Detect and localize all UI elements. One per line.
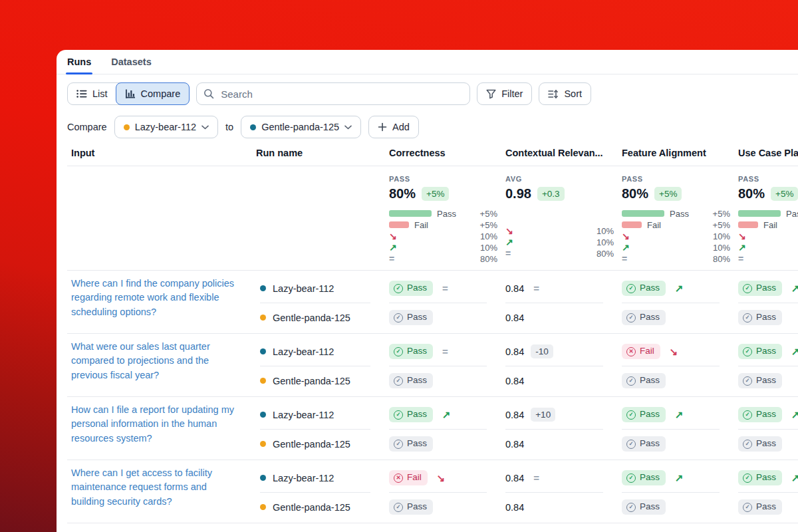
- column-header-use-case: Use Case Plan: [738, 148, 798, 158]
- metric-value: 80%: [738, 186, 765, 201]
- run-color-dot: [260, 475, 266, 481]
- pass-badge: Pass: [738, 436, 782, 452]
- pass-badge: Pass: [622, 281, 666, 296]
- tab-bar: Runs Datasets: [57, 50, 798, 74]
- equal-icon: [442, 346, 448, 356]
- sort-icon: [548, 89, 559, 99]
- pass-badge: Pass: [622, 470, 666, 485]
- trend-up-icon: [505, 237, 513, 247]
- input-question-link[interactable]: Where can I find the company directory w…: [71, 529, 239, 532]
- run-color-dot: [260, 285, 266, 291]
- pass-badge: Pass: [622, 499, 666, 515]
- delta-badge: -10: [531, 344, 553, 359]
- compare-view-button[interactable]: Compare: [116, 82, 190, 105]
- check-circle-icon: [743, 313, 752, 323]
- list-icon: [76, 89, 87, 98]
- filter-label: Filter: [501, 88, 523, 99]
- trend-up-icon: [791, 283, 798, 293]
- pass-badge: Pass: [738, 310, 782, 325]
- contextual-relevance-cell: 0.84-10 0.84: [505, 334, 622, 396]
- metric-label: PASS: [738, 175, 798, 183]
- pass-badge: Pass: [622, 373, 666, 388]
- tab-datasets[interactable]: Datasets: [111, 57, 151, 74]
- pass-bar-icon: [389, 210, 432, 217]
- contextual-relevance-cell: 0.84 0.84: [505, 271, 622, 333]
- summary-feature-alignment: PASS 80% +5% Pass+5% Fail+5% 10% 10% 80%: [622, 175, 738, 263]
- pass-badge: Pass: [738, 470, 782, 485]
- feature-alignment-cell: Pass: [622, 523, 738, 532]
- contextual-relevance-cell: 0.84 0.84: [505, 460, 622, 523]
- metric-value: 80%: [389, 186, 416, 201]
- check-circle-icon: [743, 473, 752, 483]
- table-row: What were our sales last quarter compare…: [67, 334, 798, 397]
- check-circle-icon: [394, 503, 403, 512]
- pass-badge: Pass: [389, 344, 433, 359]
- run-name-cell: Lazy-bear-112 Gentle-panda-125: [256, 460, 389, 523]
- table-row: Where can I find the company policies re…: [67, 271, 798, 334]
- check-circle-icon: [743, 503, 752, 512]
- input-question-link[interactable]: Where can I get access to facility maint…: [71, 466, 239, 509]
- use-case-cell: Pass Pass: [738, 397, 798, 460]
- check-circle-icon: [743, 410, 752, 420]
- delta-badge: +10: [531, 408, 555, 422]
- input-question-link[interactable]: What were our sales last quarter compare…: [71, 340, 239, 382]
- check-circle-icon: [394, 410, 403, 420]
- metric-delta-badge: +5%: [654, 187, 682, 201]
- table-header: Input Run name Correctness Contextual Re…: [67, 148, 798, 166]
- input-question-link[interactable]: Where can I find the company policies re…: [71, 277, 239, 319]
- metric-legend: Pass+5% Fail+5% 10% 10% 80%: [622, 209, 730, 263]
- trend-down-icon: [505, 226, 513, 235]
- trend-up-icon: [675, 410, 684, 420]
- contextual-relevance-cell: [505, 523, 622, 532]
- equal-icon: [389, 254, 394, 263]
- compare-bar: Compare Lazy-bear-112 to Gentle-panda-12…: [67, 116, 798, 138]
- tab-runs[interactable]: Runs: [67, 57, 91, 74]
- trend-down-icon: [738, 231, 746, 241]
- check-circle-icon: [394, 284, 403, 293]
- use-case-cell: Pass Pass: [738, 460, 798, 523]
- pass-badge: Pass: [389, 281, 433, 296]
- column-header-input: Input: [67, 148, 256, 158]
- table-row: Where can I find the company directory w…: [67, 523, 798, 532]
- run-color-dot: [260, 441, 266, 447]
- metric-value: 0.98: [505, 186, 531, 201]
- pass-badge: Pass: [389, 499, 433, 515]
- trend-up-icon: [622, 243, 630, 252]
- trend-up-icon: [675, 473, 684, 483]
- search-input[interactable]: [196, 82, 470, 105]
- to-label: to: [225, 122, 233, 132]
- trend-down-icon: [389, 231, 397, 241]
- column-header-contextual-relevance: Contextual Relevan...: [505, 148, 622, 158]
- pass-badge: Pass: [389, 310, 433, 325]
- check-circle-icon: [626, 410, 636, 420]
- trend-down-icon: [622, 231, 630, 241]
- trend-down-icon: [670, 346, 678, 356]
- run-color-dot: [260, 315, 266, 321]
- filter-button[interactable]: Filter: [477, 82, 532, 105]
- baseline-run-select[interactable]: Lazy-bear-112: [114, 116, 218, 138]
- metric-legend: Pass Fail: [738, 209, 798, 263]
- check-circle-icon: [626, 313, 636, 323]
- fail-badge: Fail: [389, 470, 428, 485]
- table-row: How can I file a report for updating my …: [67, 397, 798, 460]
- equal-icon: [622, 254, 627, 263]
- correctness-cell: Pass Pass: [389, 334, 505, 396]
- metric-delta-badge: +5%: [771, 187, 798, 201]
- add-label: Add: [392, 122, 410, 132]
- metric-legend: Pass+5% Fail+5% 10% 10% 80%: [389, 209, 497, 263]
- pass-badge: Pass: [738, 373, 782, 388]
- add-run-button[interactable]: Add: [368, 116, 419, 138]
- check-circle-icon: [626, 376, 636, 386]
- pass-badge: Pass: [389, 436, 433, 452]
- chevron-down-icon: [201, 125, 209, 130]
- input-question-link[interactable]: How can I file a report for updating my …: [71, 403, 239, 446]
- pass-badge: Pass: [738, 499, 782, 515]
- equal-icon: [442, 283, 448, 293]
- sort-button[interactable]: Sort: [539, 82, 591, 105]
- view-toggle: List Compare: [67, 82, 190, 105]
- check-circle-icon: [394, 347, 403, 356]
- comparison-run-select[interactable]: Gentle-panda-125: [241, 116, 361, 138]
- list-view-button[interactable]: List: [68, 83, 116, 104]
- compare-label: Compare: [67, 122, 107, 132]
- runs-panel: Runs Datasets List Compare: [57, 50, 798, 532]
